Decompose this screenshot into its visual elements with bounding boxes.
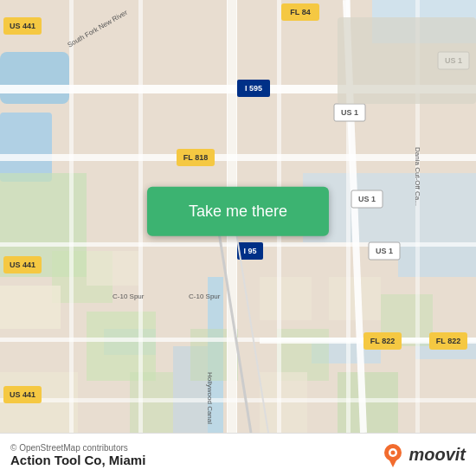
svg-marker-76 bbox=[389, 459, 397, 467]
svg-text:US 441: US 441 bbox=[10, 22, 35, 30]
svg-rect-34 bbox=[69, 0, 74, 433]
svg-text:US 1: US 1 bbox=[341, 108, 358, 117]
moovit-logo: moovit bbox=[381, 443, 466, 467]
location-title: Action Tool Co, Miami bbox=[10, 453, 145, 467]
svg-rect-35 bbox=[138, 0, 143, 433]
svg-point-75 bbox=[391, 450, 396, 454]
svg-rect-3 bbox=[0, 113, 52, 182]
bottom-left-section: © OpenStreetMap contributors Action Tool… bbox=[10, 443, 145, 467]
take-me-there-button[interactable]: Take me there bbox=[147, 187, 329, 236]
svg-rect-12 bbox=[87, 312, 156, 381]
svg-rect-19 bbox=[0, 286, 61, 329]
svg-text:Dania Cut-Off Ca...: Dania Cut-Off Ca... bbox=[414, 147, 421, 206]
svg-rect-21 bbox=[260, 277, 312, 320]
moovit-brand-text: moovit bbox=[408, 445, 466, 465]
svg-rect-24 bbox=[87, 251, 138, 286]
map-container: US 441 US 441 US 441 FL 84 FL 818 FL 822… bbox=[0, 0, 476, 433]
svg-text:US 441: US 441 bbox=[10, 261, 35, 269]
moovit-pin-icon bbox=[381, 443, 405, 467]
svg-rect-6 bbox=[398, 242, 476, 277]
svg-text:C-10 Spur: C-10 Spur bbox=[189, 293, 221, 300]
svg-text:I 95: I 95 bbox=[243, 247, 256, 255]
svg-text:US 441: US 441 bbox=[10, 390, 35, 399]
button-overlay: Take me there bbox=[147, 187, 329, 236]
svg-text:I 595: I 595 bbox=[245, 84, 262, 93]
svg-rect-70 bbox=[338, 17, 476, 104]
map-attribution: © OpenStreetMap contributors bbox=[10, 443, 145, 453]
svg-text:Hollywood Canal: Hollywood Canal bbox=[206, 372, 214, 424]
svg-text:C-10 Spur: C-10 Spur bbox=[113, 293, 145, 300]
svg-text:FL 818: FL 818 bbox=[183, 153, 208, 162]
svg-rect-2 bbox=[0, 52, 69, 104]
svg-text:FL 822: FL 822 bbox=[436, 337, 460, 345]
svg-text:FL 84: FL 84 bbox=[290, 8, 310, 16]
svg-text:US 1: US 1 bbox=[376, 247, 393, 255]
svg-text:FL 822: FL 822 bbox=[370, 337, 395, 345]
bottom-bar: © OpenStreetMap contributors Action Tool… bbox=[0, 433, 476, 476]
svg-text:US 1: US 1 bbox=[358, 195, 376, 203]
